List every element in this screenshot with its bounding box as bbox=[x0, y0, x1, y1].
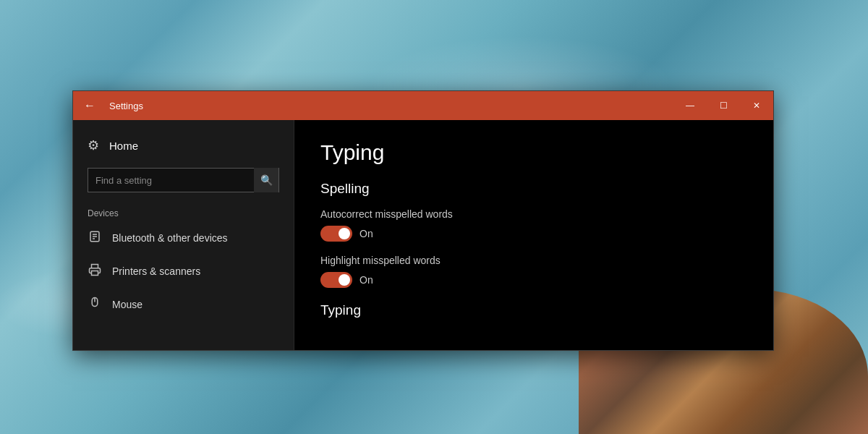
highlight-toggle[interactable] bbox=[320, 272, 352, 288]
highlight-state: On bbox=[359, 274, 373, 286]
printers-icon bbox=[88, 263, 102, 279]
home-label: Home bbox=[109, 140, 138, 152]
search-input[interactable] bbox=[88, 175, 254, 186]
spelling-section-title: Spelling bbox=[320, 181, 747, 197]
sidebar-item-home[interactable]: ⚙ Home bbox=[73, 132, 294, 159]
highlight-setting: Highlight misspelled words On bbox=[320, 255, 747, 288]
autocorrect-toggle-row: On bbox=[320, 226, 747, 242]
sidebar-item-mouse[interactable]: Mouse bbox=[73, 288, 294, 321]
autocorrect-toggle[interactable] bbox=[320, 226, 352, 242]
close-button[interactable]: ✕ bbox=[740, 91, 773, 120]
mouse-icon bbox=[88, 297, 102, 312]
sidebar-item-printers[interactable]: Printers & scanners bbox=[73, 255, 294, 288]
highlight-toggle-row: On bbox=[320, 272, 747, 288]
mouse-label: Mouse bbox=[112, 299, 142, 310]
search-icon: 🔍 bbox=[260, 174, 273, 186]
bluetooth-label: Bluetooth & other devices bbox=[112, 232, 228, 244]
svg-rect-4 bbox=[92, 271, 98, 276]
titlebar: ← Settings — ☐ ✕ bbox=[73, 91, 773, 120]
sidebar: ⚙ Home 🔍 Devices bbox=[73, 120, 294, 350]
page-title: Typing bbox=[320, 140, 747, 165]
maximize-button[interactable]: ☐ bbox=[707, 91, 740, 120]
typing-section: Typing bbox=[320, 302, 747, 318]
home-gear-icon: ⚙ bbox=[88, 137, 99, 153]
printers-label: Printers & scanners bbox=[112, 265, 200, 277]
highlight-label: Highlight misspelled words bbox=[320, 255, 747, 266]
back-button[interactable]: ← bbox=[73, 91, 106, 120]
window-body: ⚙ Home 🔍 Devices bbox=[73, 120, 773, 350]
autocorrect-setting: Autocorrect misspelled words On bbox=[320, 208, 747, 242]
sidebar-section-devices: Devices bbox=[73, 201, 294, 221]
minimize-button[interactable]: — bbox=[673, 91, 707, 120]
window-title: Settings bbox=[106, 101, 673, 111]
search-button[interactable]: 🔍 bbox=[254, 168, 278, 192]
settings-window: ← Settings — ☐ ✕ ⚙ Home 🔍 Devi bbox=[72, 90, 774, 351]
autocorrect-state: On bbox=[359, 228, 373, 239]
back-icon: ← bbox=[84, 99, 95, 112]
window-controls: — ☐ ✕ bbox=[673, 91, 773, 120]
bluetooth-icon bbox=[88, 230, 102, 246]
typing-section-title: Typing bbox=[320, 302, 747, 318]
autocorrect-label: Autocorrect misspelled words bbox=[320, 208, 747, 220]
sidebar-item-bluetooth[interactable]: Bluetooth & other devices bbox=[73, 221, 294, 255]
content-area: Typing Spelling Autocorrect misspelled w… bbox=[294, 120, 773, 350]
search-box: 🔍 bbox=[88, 168, 279, 192]
